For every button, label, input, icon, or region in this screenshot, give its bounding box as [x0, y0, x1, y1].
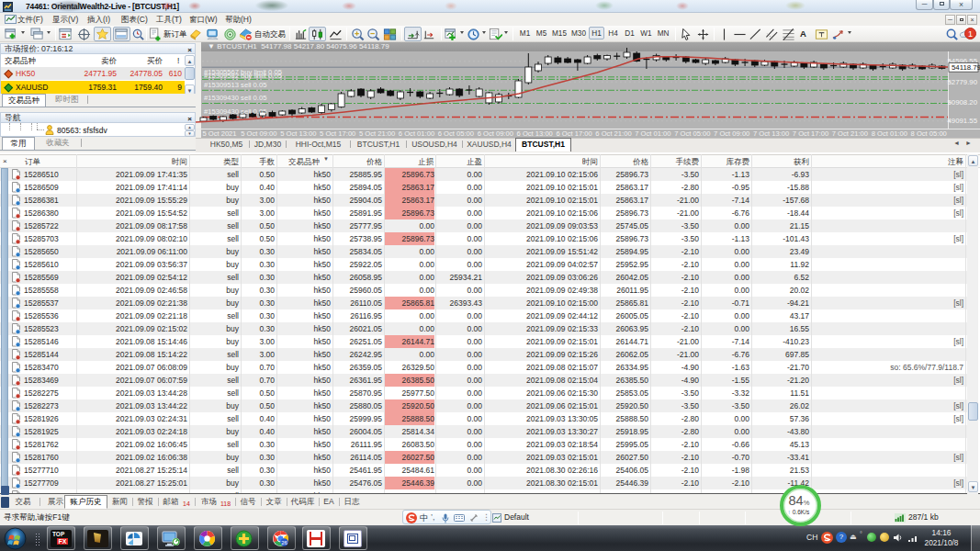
svg-text:6 Oct 17:00: 6 Oct 17:00 [556, 129, 591, 138]
svg-text:6 Oct 09:00: 6 Oct 09:00 [478, 129, 513, 138]
svg-text:6 Oct 05:00: 6 Oct 05:00 [438, 129, 474, 138]
svg-text:6 Oct 21:00: 6 Oct 21:00 [595, 129, 631, 138]
svg-text:5 Oct 13:00: 5 Oct 13:00 [280, 129, 316, 138]
svg-text:7 Oct 05:00: 7 Oct 05:00 [674, 129, 710, 138]
svg-text:8 Oct 01:00: 8 Oct 01:00 [872, 129, 907, 138]
svg-text:5 Oct 2021: 5 Oct 2021 [202, 129, 236, 138]
svg-text:6 Oct 13:00: 6 Oct 13:00 [517, 129, 553, 138]
svg-text:#15309430 sell 0.05: #15309430 sell 0.05 [204, 94, 266, 102]
svg-text:54118.79: 54118.79 [952, 63, 980, 72]
svg-text:8 Oct 05:00: 8 Oct 05:00 [911, 129, 947, 138]
svg-text:26: 26 [281, 540, 287, 545]
svg-text:49091.55: 49091.55 [947, 117, 977, 125]
svg-text:#15309430 sell 0.05: #15309430 sell 0.05 [204, 107, 266, 116]
svg-text:7 Oct 21:00: 7 Oct 21:00 [832, 129, 868, 138]
svg-text:7 Oct 09:00: 7 Oct 09:00 [714, 129, 749, 138]
svg-text:50908.20: 50908.20 [947, 98, 977, 107]
svg-text:7 Oct 13:00: 7 Oct 13:00 [753, 129, 789, 138]
svg-text:7 Oct 17:00: 7 Oct 17:00 [793, 129, 828, 138]
svg-text:5 Oct 17:00: 5 Oct 17:00 [320, 129, 355, 138]
svg-text:6 Oct 01:00: 6 Oct 01:00 [399, 129, 434, 138]
svg-text:52779.90: 52779.90 [947, 78, 977, 86]
svg-text:#15309582 buy limit 0.05: #15309582 buy limit 0.05 [204, 72, 282, 80]
svg-text:#15309513 sell 0.05: #15309513 sell 0.05 [204, 81, 266, 89]
svg-text:5 Oct 09:00: 5 Oct 09:00 [241, 129, 276, 138]
svg-text:5 Oct 21:00: 5 Oct 21:00 [359, 129, 395, 138]
svg-text:7 Oct 01:00: 7 Oct 01:00 [635, 129, 670, 138]
